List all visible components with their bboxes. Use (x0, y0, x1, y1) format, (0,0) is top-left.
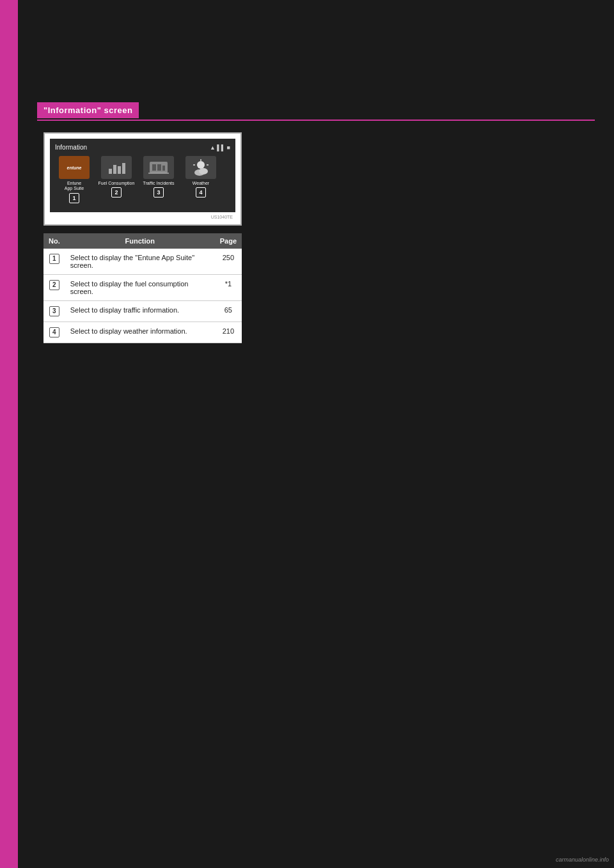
weather-icon-box (185, 156, 216, 179)
svg-rect-1 (113, 165, 116, 174)
info-screen-title: Information (55, 144, 87, 151)
traffic-icon (147, 159, 170, 176)
number-badge-1: 1 (49, 254, 59, 264)
screen-caption: US1040TE (50, 215, 235, 219)
info-table: No. Function Page 1 Select to display th… (43, 233, 242, 343)
svg-rect-2 (118, 166, 121, 174)
info-screen-status-icons: ▲ ▌▌ ■ (210, 144, 230, 151)
svg-point-15 (199, 168, 208, 174)
row-3-page: 65 (215, 300, 242, 322)
row-1-no: 1 (43, 249, 65, 275)
row-1-function: Select to display the "Entune App Suite"… (65, 249, 215, 275)
app-number-4: 4 (196, 187, 206, 198)
col-header-function: Function (65, 233, 215, 249)
number-badge-2: 2 (49, 280, 59, 290)
screen-image-container: Information ▲ ▌▌ ■ entune EntuneApp Suit… (43, 132, 242, 226)
app-number-1: 1 (69, 193, 79, 203)
app-label-3: Traffic Incidents (143, 181, 174, 186)
table-row: 4 Select to display weather information.… (43, 322, 242, 343)
app-label-2: Fuel Consumption (98, 181, 135, 186)
row-4-page: 210 (215, 322, 242, 343)
app-label-1: EntuneApp Suite (65, 181, 84, 192)
row-1-page: 250 (215, 249, 242, 275)
fuel-chart-icon (106, 160, 127, 175)
table-row: 2 Select to display the fuel consumption… (43, 274, 242, 300)
table-row: 1 Select to display the "Entune App Suit… (43, 249, 242, 275)
col-header-page: Page (215, 233, 242, 249)
info-screen-apps: entune EntuneApp Suite 1 (55, 156, 230, 203)
screen-image-inner: Information ▲ ▌▌ ■ entune EntuneApp Suit… (50, 139, 235, 212)
row-2-page: *1 (215, 274, 242, 300)
traffic-icon-box (143, 156, 174, 179)
svg-rect-5 (152, 164, 156, 171)
svg-rect-3 (122, 163, 125, 174)
row-3-function: Select to display traffic information. (65, 300, 215, 322)
row-3-no: 3 (43, 300, 65, 322)
number-badge-3: 3 (49, 306, 59, 316)
row-4-function: Select to display weather information. (65, 322, 215, 343)
col-header-no: No. (43, 233, 65, 249)
app-item-4[interactable]: Weather 4 (182, 156, 220, 203)
row-2-no: 2 (43, 274, 65, 300)
number-badge-4: 4 (49, 327, 59, 337)
svg-rect-6 (157, 164, 161, 171)
table-header: No. Function Page (43, 233, 242, 249)
weather-icon (189, 159, 212, 176)
row-2-function: Select to display the fuel consumption s… (65, 274, 215, 300)
app-label-4: Weather (193, 181, 209, 186)
app-number-3: 3 (154, 187, 164, 198)
svg-rect-7 (162, 166, 165, 171)
left-sidebar (0, 0, 18, 868)
app-item-3[interactable]: Traffic Incidents 3 (139, 156, 178, 203)
watermark: carmanualonline.info (556, 856, 609, 863)
entune-logo-text: entune (67, 166, 82, 170)
info-screen-header: Information ▲ ▌▌ ■ (55, 144, 230, 151)
svg-rect-0 (109, 169, 112, 174)
main-content: "Information" screen Information ▲ ▌▌ ■ … (18, 0, 614, 868)
section-heading: "Information" screen (37, 102, 139, 118)
divider-line (37, 120, 595, 121)
fuel-icon-box (101, 156, 132, 179)
app-item-2[interactable]: Fuel Consumption 2 (97, 156, 136, 203)
table-body: 1 Select to display the "Entune App Suit… (43, 249, 242, 343)
table-row: 3 Select to display traffic information.… (43, 300, 242, 322)
svg-point-9 (197, 161, 205, 169)
row-4-no: 4 (43, 322, 65, 343)
app-number-2: 2 (111, 187, 122, 198)
entune-icon-box: entune (59, 156, 90, 179)
app-item-1[interactable]: entune EntuneApp Suite 1 (55, 156, 93, 203)
